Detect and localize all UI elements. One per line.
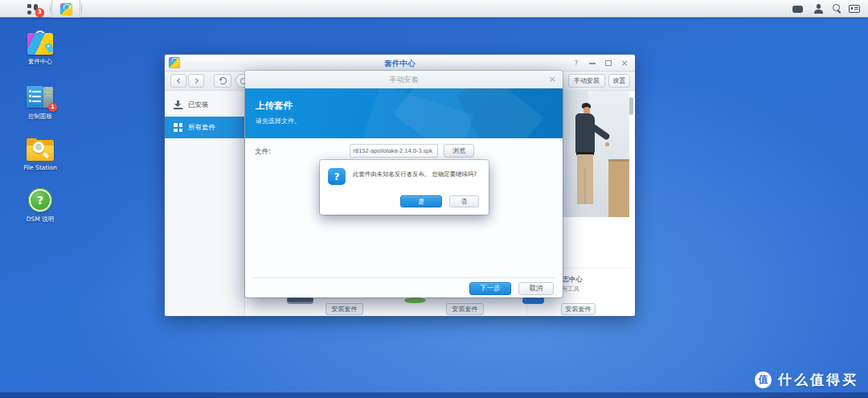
grid-icon [174, 123, 182, 132]
cancel-button[interactable]: 取消 [518, 282, 554, 295]
manual-install-button[interactable]: 手动安装 [568, 74, 605, 88]
refresh-icon [219, 77, 227, 84]
taskbar-separator [50, 2, 51, 16]
sidebar: 已安装 所有套件 [165, 91, 245, 316]
notifications-button[interactable] [788, 0, 806, 18]
notification-badge: 1 [48, 103, 57, 112]
dialog-title: 手动安装 [245, 71, 563, 88]
icon-part [32, 101, 41, 102]
no-button[interactable]: 否 [449, 195, 479, 207]
icon-part [174, 123, 178, 127]
icon-part [32, 96, 41, 97]
upload-title: 上传套件 [256, 100, 293, 112]
magnifier-icon [33, 142, 44, 153]
desktop: 3 套件中心 [0, 0, 868, 398]
install-package-button[interactable]: 安装套件 [446, 303, 484, 315]
question-glyph: ? [37, 194, 43, 207]
widgets-icon [849, 5, 860, 13]
smzdm-badge-icon: 值 [755, 371, 772, 388]
icon-part [46, 95, 51, 96]
sidebar-item-all-packages[interactable]: 所有套件 [165, 117, 244, 138]
file-station-icon [27, 138, 54, 161]
watermark-text: 什么值得买 [778, 371, 858, 389]
browse-button[interactable]: 浏览 [444, 144, 474, 158]
main-menu-icon: 3 [27, 4, 39, 14]
scrollbar-thumb[interactable] [629, 97, 633, 115]
photo-part [577, 154, 593, 204]
install-package-button[interactable]: 安装套件 [326, 303, 363, 315]
window-title: 套件中心 [165, 55, 635, 72]
sidebar-item-installed[interactable]: 已安装 [165, 95, 244, 115]
main-menu-button[interactable]: 3 [18, 0, 48, 18]
install-package-button[interactable]: 安装套件 [561, 303, 596, 315]
desktop-icon-label: 套件中心 [14, 58, 66, 66]
confirm-dialog: ? 此套件由未知名发行者发布。 您确定要继续吗? 是 否 [320, 160, 489, 215]
user-menu-button[interactable] [809, 0, 827, 18]
settings-button[interactable]: 设置 [608, 74, 630, 88]
sidebar-item-label: 已安装 [188, 101, 209, 110]
package-icon [287, 297, 313, 304]
global-search-button[interactable] [829, 0, 846, 18]
next-button[interactable]: 下一步 [469, 282, 511, 295]
dsm-help-icon: ? [28, 188, 52, 212]
desktop-icon-control-panel[interactable]: 1 控制面板 [14, 85, 66, 121]
chat-icon [792, 6, 803, 13]
taskbar: 3 [0, 0, 868, 18]
dialog-titlebar[interactable]: 手动安装 × [245, 71, 563, 88]
confirm-message: 此套件由未知名发行者发布。 您确定要继续吗? [353, 170, 486, 178]
user-icon [813, 4, 824, 14]
close-icon[interactable]: × [549, 71, 556, 88]
desktop-icon-dsm-help[interactable]: ? DSM 说明 [14, 188, 66, 224]
photo-part [605, 142, 609, 146]
icon-part [29, 90, 31, 92]
bottom-strip [0, 392, 868, 398]
chevron-left-icon [176, 78, 182, 84]
package-icon [404, 297, 426, 303]
desktop-icon-label: File Station [14, 164, 66, 171]
question-bubble-icon: ? [328, 168, 346, 185]
photo-part [575, 113, 595, 154]
upload-banner: 上传套件 请先选择文件。 [245, 88, 563, 138]
chevron-right-icon [192, 78, 198, 84]
desktop-icon-label: 控制面板 [14, 113, 66, 121]
refresh-button[interactable] [214, 74, 231, 88]
yes-button[interactable]: 是 [400, 195, 442, 207]
close-button[interactable]: × [620, 59, 628, 68]
window-controls: ? × [572, 55, 628, 72]
package-icon [522, 297, 544, 304]
upload-subtitle: 请先选择文件。 [256, 117, 301, 125]
minimize-button[interactable] [588, 59, 596, 68]
desktop-icon-label: DSM 说明 [14, 215, 66, 224]
smzdm-watermark: 值 什么值得买 [755, 371, 858, 389]
sidebar-item-label: 所有套件 [188, 123, 215, 133]
icon-part [179, 123, 183, 127]
icon-part [27, 10, 31, 14]
taskbar-app-package-center[interactable] [51, 0, 80, 18]
widgets-button[interactable] [845, 0, 863, 18]
window-titlebar[interactable]: 套件中心 ? × [165, 55, 635, 72]
notification-badge: 3 [35, 8, 44, 17]
package-center-icon [27, 31, 53, 55]
icon-part [174, 108, 182, 109]
icon-part [29, 100, 31, 102]
icon-part [174, 129, 178, 133]
desktop-icon-package-center[interactable]: 套件中心 [14, 31, 66, 66]
photo-part [608, 159, 629, 217]
banner-photo [563, 91, 629, 217]
divider [253, 277, 555, 278]
icon-part [179, 129, 183, 133]
back-button[interactable] [170, 74, 186, 88]
desktop-icon-file-station[interactable]: File Station [14, 138, 66, 171]
package-center-icon [60, 3, 72, 15]
icon-part [605, 60, 612, 66]
help-button[interactable]: ? [572, 59, 580, 68]
file-label: 文件: [255, 147, 271, 157]
forward-button[interactable] [188, 74, 204, 88]
search-icon [833, 4, 842, 14]
download-icon [174, 101, 182, 109]
icon-part [29, 95, 31, 97]
icon-part [32, 91, 41, 92]
file-name-input[interactable] [350, 144, 438, 158]
maximize-button[interactable] [604, 59, 612, 68]
control-panel-icon: 1 [27, 85, 54, 109]
